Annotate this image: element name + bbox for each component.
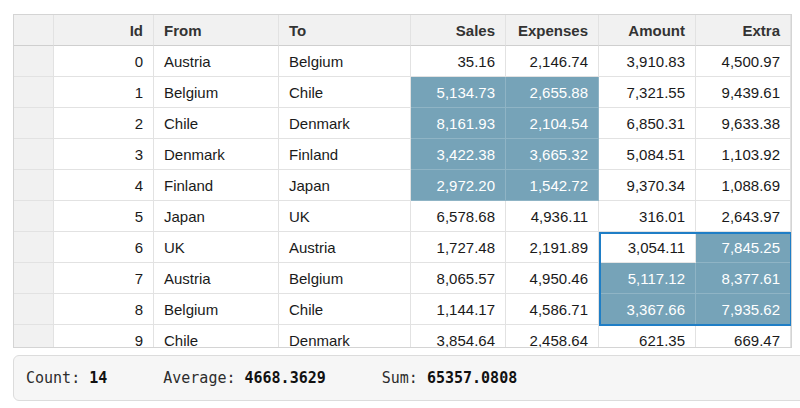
cell-to[interactable]: Japan	[279, 170, 411, 201]
cell-sales[interactable]: 1,727.48	[411, 232, 506, 263]
average-value: 4668.3629	[245, 369, 326, 387]
cell-from[interactable]: Belgium	[154, 294, 279, 325]
cell-to[interactable]: Chile	[279, 294, 411, 325]
cell-sales[interactable]: 3,422.38	[411, 139, 506, 170]
cell-from[interactable]: Chile	[154, 108, 279, 139]
table-row: 0AustriaBelgium35.162,146.743,910.834,50…	[14, 46, 791, 77]
cell-expenses[interactable]: 4,586.71	[506, 294, 599, 325]
cell-expenses[interactable]: 2,458.64	[506, 325, 599, 348]
header-row: IdFromToSalesExpensesAmountExtra	[14, 15, 791, 46]
cell-amount[interactable]: 3,910.83	[599, 46, 696, 77]
cell-extra[interactable]: 8,377.61	[696, 263, 791, 294]
cell-sales[interactable]: 2,972.20	[411, 170, 506, 201]
cell-amount[interactable]: 621.35	[599, 325, 696, 348]
cell-sales[interactable]: 35.16	[411, 46, 506, 77]
cell-to[interactable]: Denmark	[279, 108, 411, 139]
cell-sales[interactable]: 5,134.73	[411, 77, 506, 108]
cell-from[interactable]: UK	[154, 232, 279, 263]
cell-from[interactable]: Japan	[154, 201, 279, 232]
cell-amount[interactable]: 3,054.11	[599, 232, 696, 263]
cell-extra[interactable]: 1,088.69	[696, 170, 791, 201]
cell-extra[interactable]: 2,643.97	[696, 201, 791, 232]
cell-extra[interactable]: 669.47	[696, 325, 791, 348]
cell-id[interactable]: 5	[54, 201, 154, 232]
grid-table: IdFromToSalesExpensesAmountExtra0Austria…	[14, 15, 791, 348]
row-handle[interactable]	[14, 170, 54, 201]
row-handle[interactable]	[14, 325, 54, 348]
cell-id[interactable]: 8	[54, 294, 154, 325]
cell-id[interactable]: 7	[54, 263, 154, 294]
cell-amount[interactable]: 5,117.12	[599, 263, 696, 294]
cell-to[interactable]: Belgium	[279, 263, 411, 294]
row-handle[interactable]	[14, 46, 54, 77]
cell-extra[interactable]: 7,845.25	[696, 232, 791, 263]
status-bar: Count: 14 Average: 4668.3629 Sum: 65357.…	[13, 355, 800, 401]
cell-from[interactable]: Finland	[154, 170, 279, 201]
row-handle[interactable]	[14, 201, 54, 232]
cell-to[interactable]: Denmark	[279, 325, 411, 348]
cell-id[interactable]: 9	[54, 325, 154, 348]
cell-sales[interactable]: 8,161.93	[411, 108, 506, 139]
row-handle[interactable]	[14, 232, 54, 263]
cell-id[interactable]: 6	[54, 232, 154, 263]
table-row: 5JapanUK6,578.684,936.11316.012,643.97	[14, 201, 791, 232]
data-grid: IdFromToSalesExpensesAmountExtra0Austria…	[13, 14, 792, 348]
cell-expenses[interactable]: 4,950.46	[506, 263, 599, 294]
cell-amount[interactable]: 316.01	[599, 201, 696, 232]
cell-to[interactable]: Finland	[279, 139, 411, 170]
cell-id[interactable]: 4	[54, 170, 154, 201]
cell-id[interactable]: 1	[54, 77, 154, 108]
cell-extra[interactable]: 4,500.97	[696, 46, 791, 77]
row-handle[interactable]	[14, 263, 54, 294]
column-header-sales[interactable]: Sales	[411, 15, 506, 46]
column-header-amount[interactable]: Amount	[599, 15, 696, 46]
cell-expenses[interactable]: 3,665.32	[506, 139, 599, 170]
cell-amount[interactable]: 7,321.55	[599, 77, 696, 108]
column-header-id[interactable]: Id	[54, 15, 154, 46]
column-header-to[interactable]: To	[279, 15, 411, 46]
row-handle[interactable]	[14, 108, 54, 139]
cell-amount[interactable]: 5,084.51	[599, 139, 696, 170]
cell-sales[interactable]: 3,854.64	[411, 325, 506, 348]
cell-sales[interactable]: 1,144.17	[411, 294, 506, 325]
cell-sales[interactable]: 8,065.57	[411, 263, 506, 294]
row-handle[interactable]	[14, 294, 54, 325]
row-handle[interactable]	[14, 77, 54, 108]
table-row: 2ChileDenmark8,161.932,104.546,850.319,6…	[14, 108, 791, 139]
column-header-expenses[interactable]: Expenses	[506, 15, 599, 46]
table-row: 7AustriaBelgium8,065.574,950.465,117.128…	[14, 263, 791, 294]
cell-from[interactable]: Belgium	[154, 77, 279, 108]
average-label: Average:	[163, 369, 235, 387]
cell-expenses[interactable]: 1,542.72	[506, 170, 599, 201]
cell-to[interactable]: Chile	[279, 77, 411, 108]
cell-expenses[interactable]: 2,655.88	[506, 77, 599, 108]
table-row: 4FinlandJapan2,972.201,542.729,370.341,0…	[14, 170, 791, 201]
cell-extra[interactable]: 9,633.38	[696, 108, 791, 139]
status-sum: Sum: 65357.0808	[382, 369, 517, 387]
cell-amount[interactable]: 3,367.66	[599, 294, 696, 325]
cell-extra[interactable]: 1,103.92	[696, 139, 791, 170]
cell-to[interactable]: Austria	[279, 232, 411, 263]
cell-to[interactable]: Belgium	[279, 46, 411, 77]
cell-id[interactable]: 0	[54, 46, 154, 77]
cell-sales[interactable]: 6,578.68	[411, 201, 506, 232]
column-header-extra[interactable]: Extra	[696, 15, 791, 46]
cell-from[interactable]: Denmark	[154, 139, 279, 170]
column-header-from[interactable]: From	[154, 15, 279, 46]
cell-expenses[interactable]: 2,146.74	[506, 46, 599, 77]
cell-expenses[interactable]: 4,936.11	[506, 201, 599, 232]
corner-header-cell[interactable]	[14, 15, 54, 46]
cell-amount[interactable]: 9,370.34	[599, 170, 696, 201]
cell-from[interactable]: Chile	[154, 325, 279, 348]
cell-amount[interactable]: 6,850.31	[599, 108, 696, 139]
cell-id[interactable]: 3	[54, 139, 154, 170]
cell-expenses[interactable]: 2,104.54	[506, 108, 599, 139]
cell-from[interactable]: Austria	[154, 46, 279, 77]
cell-from[interactable]: Austria	[154, 263, 279, 294]
cell-id[interactable]: 2	[54, 108, 154, 139]
cell-to[interactable]: UK	[279, 201, 411, 232]
cell-extra[interactable]: 9,439.61	[696, 77, 791, 108]
cell-extra[interactable]: 7,935.62	[696, 294, 791, 325]
cell-expenses[interactable]: 2,191.89	[506, 232, 599, 263]
row-handle[interactable]	[14, 139, 54, 170]
